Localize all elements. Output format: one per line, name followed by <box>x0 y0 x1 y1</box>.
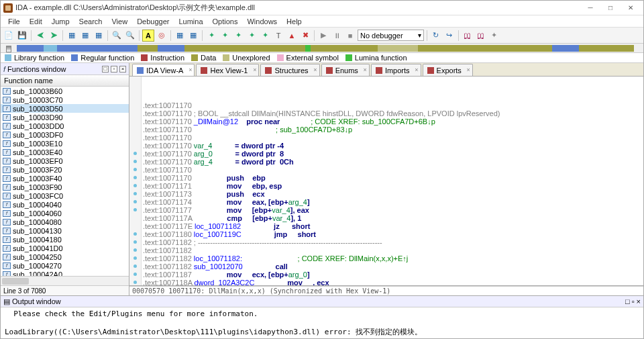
op-icon[interactable]: ✦ <box>259 30 271 42</box>
menu-file[interactable]: File <box>3 17 25 26</box>
column-header[interactable]: Function name <box>1 75 129 87</box>
breakpoint-dot[interactable] <box>133 176 137 179</box>
navigation-band[interactable] <box>1 44 643 53</box>
tab-exports[interactable]: Exports× <box>423 64 473 76</box>
pane-restore-button[interactable]: ▫ <box>632 297 635 305</box>
disassembly-view[interactable]: .text:10071170.text:10071170 ; BOOL __st… <box>129 77 643 286</box>
breakpoint-dot[interactable] <box>133 273 137 276</box>
maximize-button[interactable]: □ <box>600 1 621 15</box>
view-icon[interactable]: ▦ <box>174 30 186 42</box>
refresh-icon[interactable]: ↻ <box>430 30 442 42</box>
pane-restore-button[interactable]: ▫ <box>111 66 117 72</box>
pane-dock-button[interactable]: □ <box>625 297 630 305</box>
tool-icon[interactable]: ▦ <box>93 30 105 42</box>
disasm-line[interactable]: .text:10071170 _DllMain@12 proc near ; C… <box>143 117 643 126</box>
close-button[interactable]: ✕ <box>621 1 641 15</box>
breakpoint-dot[interactable] <box>133 168 137 171</box>
disasm-line[interactable]: .text:10071170 <box>143 101 643 109</box>
lumina-icon[interactable]: 🕮 <box>462 30 474 42</box>
function-row[interactable]: sub_10004180 <box>1 235 129 244</box>
disasm-line[interactable]: .text:10071170 arg_0 = dword ptr 8 <box>143 150 643 158</box>
function-row[interactable]: sub_10003D90 <box>1 113 129 122</box>
breakpoint-dot[interactable] <box>133 232 137 236</box>
function-row[interactable]: sub_10003F90 <box>1 183 129 191</box>
breakpoint-dot[interactable] <box>133 160 137 163</box>
disasm-line[interactable]: .text:10071170 push ebp <box>143 174 643 182</box>
tab-close-icon[interactable]: × <box>467 66 470 73</box>
disasm-line[interactable]: .text:10071182 sub_10012070 call <box>143 262 643 271</box>
menu-edit[interactable]: Edit <box>25 17 47 26</box>
function-row[interactable]: sub_10004270 <box>1 261 129 270</box>
disasm-line[interactable]: .text:10071182 ; -----------------------… <box>143 238 643 246</box>
breakpoint-dot[interactable] <box>133 152 137 155</box>
function-row[interactable]: sub_10004080 <box>1 217 129 226</box>
breakpoint-dot[interactable] <box>133 240 137 244</box>
disasm-line[interactable]: .text:10071174 mov eax, [ebp+arg_4] <box>143 198 643 206</box>
function-row[interactable]: sub_10003F20 <box>1 165 129 174</box>
menu-options[interactable]: Options <box>208 17 243 26</box>
function-row[interactable]: sub_100041D0 <box>1 244 129 252</box>
tab-imports[interactable]: Imports× <box>371 64 421 76</box>
tab-enums[interactable]: Enums× <box>321 64 370 76</box>
tab-close-icon[interactable]: × <box>364 66 367 73</box>
disasm-line[interactable]: .text:10071170 var_4 = dword ptr -4 <box>143 142 643 150</box>
disasm-line[interactable]: .text:10071170 <box>143 166 643 174</box>
stop-icon[interactable]: ■ <box>344 30 356 42</box>
disasm-line[interactable]: .text:10071170 ; sub_100CFA7D+83↓p <box>143 126 643 134</box>
disasm-line[interactable]: .text:1007118A dword_102A3C2C mov , ecx <box>143 279 643 286</box>
function-row[interactable]: sub_10003E40 <box>1 148 129 156</box>
disasm-line[interactable]: .text:10071187 mov ecx, [ebp+arg_0] <box>143 271 643 279</box>
breakpoint-dot[interactable] <box>133 184 137 187</box>
pane-dock-button[interactable]: □ <box>102 66 109 72</box>
disasm-line[interactable]: .text:10071170 ; BOOL __stdcall DllMain(… <box>143 109 643 117</box>
tab-close-icon[interactable]: × <box>313 66 317 73</box>
pane-close-button[interactable]: × <box>119 66 126 72</box>
disasm-line[interactable]: .text:10071170 arg_4 = dword ptr 0Ch <box>143 158 643 166</box>
binoculars-icon[interactable]: 🔍 <box>124 30 136 42</box>
function-row[interactable]: sub_10004130 <box>1 226 129 235</box>
tool-icon[interactable]: ▦ <box>79 30 91 42</box>
breakpoint-dot[interactable] <box>133 208 137 211</box>
breakpoint-dot[interactable] <box>133 281 137 284</box>
target-icon[interactable]: ◎ <box>156 30 168 42</box>
highlight-a-icon[interactable]: A <box>142 30 154 42</box>
function-row[interactable]: sub_10003C70 <box>1 95 129 104</box>
op-icon[interactable]: ▲ <box>286 30 298 42</box>
disasm-line[interactable]: .text:10071171 mov ebp, esp <box>143 182 643 190</box>
menu-search[interactable]: Search <box>74 17 107 26</box>
arrow-icon[interactable]: ↪ <box>443 30 455 42</box>
disasm-line[interactable]: .text:10071182 <box>143 246 643 254</box>
tool-icon[interactable]: ▦ <box>66 30 78 42</box>
disasm-line[interactable]: .text:10071177 mov [ebp+var_4], eax <box>143 206 643 214</box>
op-icon[interactable]: ✦ <box>246 30 258 42</box>
breakpoint-dot[interactable] <box>133 192 137 195</box>
output-window[interactable]: Please check the Edit/Plugins menu for m… <box>1 307 643 338</box>
tab-close-icon[interactable]: × <box>253 66 256 73</box>
pause-icon[interactable]: ⏸ <box>331 30 343 42</box>
menu-view[interactable]: View <box>107 17 132 26</box>
function-row[interactable]: sub_10003DF0 <box>1 130 129 139</box>
forward-icon[interactable]: ⮞ <box>48 30 60 42</box>
play-icon[interactable]: ▶ <box>317 30 329 42</box>
function-row[interactable]: sub_10003DD0 <box>1 122 129 130</box>
breakpoint-dot[interactable] <box>133 264 137 268</box>
function-row[interactable]: sub_10003E10 <box>1 139 129 148</box>
function-row[interactable]: sub_10003D50 <box>1 104 129 113</box>
menu-jump[interactable]: Jump <box>47 17 74 26</box>
tab-close-icon[interactable]: × <box>189 66 192 73</box>
pane-close-button[interactable]: × <box>637 297 641 305</box>
text-icon[interactable]: T <box>272 30 284 42</box>
menu-lumina[interactable]: Lumina <box>174 17 207 26</box>
disasm-line[interactable]: .text:1007117E loc_10071182 jz short <box>143 222 643 230</box>
search-icon[interactable]: 🔍 <box>111 30 123 42</box>
op-icon[interactable]: ✦ <box>232 30 244 42</box>
function-row[interactable]: sub_10003F40 <box>1 174 129 183</box>
tab-ida-view-a[interactable]: IDA View-A× <box>132 64 195 76</box>
menu-windows[interactable]: Windows <box>242 17 282 26</box>
function-list[interactable]: sub_10003B60sub_10003C70sub_10003D50sub_… <box>1 87 129 276</box>
function-row[interactable]: sub_10003B60 <box>1 87 129 95</box>
tab-hex-view-1[interactable]: Hex View-1× <box>196 64 259 76</box>
view-icon[interactable]: ▦ <box>187 30 199 42</box>
disasm-line[interactable]: .text:10071170 <box>143 134 643 142</box>
horizontal-scrollbar[interactable] <box>1 276 129 285</box>
